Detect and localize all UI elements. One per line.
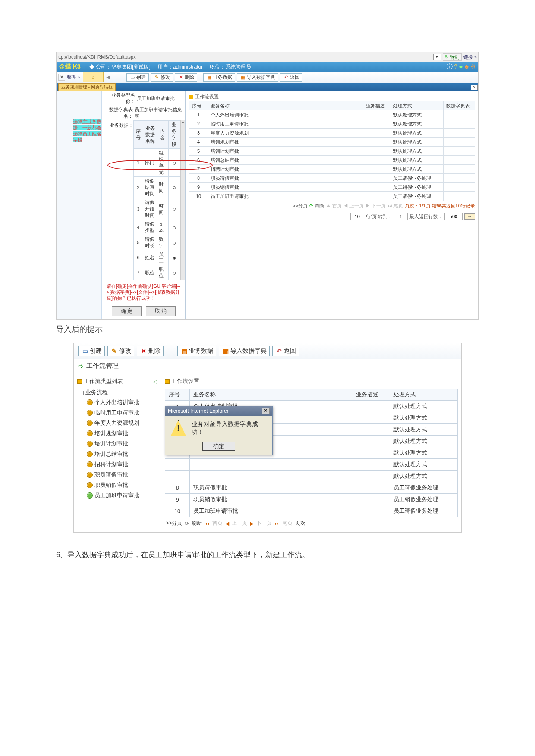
expand-label[interactable]: 整理 » bbox=[67, 74, 83, 81]
dict-value: 员工加班申请审批信息表 bbox=[135, 107, 183, 119]
links-label[interactable]: 链接 » bbox=[463, 54, 478, 60]
back-button[interactable]: ↶返回 bbox=[280, 73, 302, 82]
tree-item[interactable]: 员工加班申请审批 bbox=[76, 490, 158, 501]
scrollbar[interactable]: ▲▼ bbox=[180, 120, 185, 280]
table-row[interactable]: 9职员销假审批员工销假业务处理 bbox=[165, 494, 458, 505]
table-row[interactable]: 8职员请假审批员工请假业务处理 bbox=[165, 482, 458, 494]
modify-button[interactable]: ✎修改 bbox=[107, 346, 134, 356]
table-row[interactable]: 6培训总结审批默认处理方式 bbox=[189, 156, 475, 165]
delete-button[interactable]: ✕删除 bbox=[137, 346, 164, 356]
table-row[interactable]: 7招聘计划审批默认处理方式 bbox=[189, 165, 475, 174]
exit-icon[interactable]: ⚙ bbox=[470, 63, 476, 71]
ribbon-toolbar: × 整理 » ⌂ ◀ ▭创建 ✎修改 ✕删除 ▦业务数据 ▦导入数据字典 ↶返回 bbox=[57, 72, 478, 83]
table-row[interactable]: 3年度人力资源规划默认处理方式 bbox=[189, 129, 475, 138]
create-button[interactable]: ▭创建 bbox=[126, 73, 149, 82]
ok-button[interactable]: 确 定 bbox=[112, 306, 142, 316]
tree-item[interactable]: 职员请假审批 bbox=[76, 470, 158, 480]
first-icon: ⏮ bbox=[326, 203, 331, 208]
back-button[interactable]: ↶返回 bbox=[272, 346, 299, 356]
toolbar: ▭创建 ✎修改 ✕删除 ▦业务数据 ▦导入数据字典 ↶返回 bbox=[74, 343, 461, 359]
pager-info: 页次：1/1页 结果共返回10行记录 bbox=[405, 203, 475, 209]
prev-icon[interactable]: ◀ bbox=[225, 521, 229, 527]
dialog-close-icon[interactable]: × bbox=[262, 408, 270, 414]
scroll-down-icon[interactable]: ▼ bbox=[181, 159, 185, 163]
wf-col-desc: 业务描述 bbox=[363, 101, 390, 110]
g2-col-mode: 处理方式 bbox=[390, 389, 458, 401]
cancel-button[interactable]: 取 消 bbox=[146, 306, 176, 316]
nav-left-icon[interactable]: ◀ bbox=[104, 74, 112, 80]
user-icon[interactable]: ♣ bbox=[465, 63, 469, 71]
home-button[interactable]: ⌂ bbox=[83, 72, 104, 82]
help-icon[interactable]: ⓘ bbox=[447, 63, 453, 71]
bizdata-button[interactable]: ▦业务数据 bbox=[177, 346, 216, 356]
table-row[interactable]: 10员工加班申请审批员工请假业务处理 bbox=[189, 192, 475, 201]
tab-close-icon[interactable]: × bbox=[471, 85, 478, 90]
panel-close-icon[interactable]: × bbox=[58, 74, 65, 81]
tree-item[interactable]: 培训计划审批 bbox=[76, 439, 158, 449]
next-icon[interactable]: ▶ bbox=[250, 521, 254, 527]
create-button[interactable]: ▭创建 bbox=[78, 346, 105, 356]
tree-item[interactable]: 招聘计划审批 bbox=[76, 459, 158, 470]
dot-icon[interactable]: ● bbox=[459, 63, 463, 71]
dialog-form: 业务类型名称：员工加班申请审批 数据字典表名：员工加班申请审批信息表 业务数据：… bbox=[102, 91, 186, 319]
collapse-icon[interactable]: ◁ bbox=[153, 378, 157, 385]
modify-button[interactable]: ✎修改 bbox=[151, 73, 173, 82]
pager-refresh[interactable]: 刷新 bbox=[315, 203, 324, 209]
pager-split[interactable]: >>分页 bbox=[293, 203, 308, 209]
grid-title-text: 工作流设置 bbox=[171, 377, 199, 385]
tree-item[interactable]: 年度人力资源规划 bbox=[76, 418, 158, 428]
perpage-input[interactable] bbox=[350, 213, 364, 220]
g2-col-num: 序号 bbox=[165, 389, 190, 401]
goto-input[interactable] bbox=[394, 213, 408, 220]
table-row[interactable]: 5请假时长数字○ bbox=[134, 235, 180, 250]
scroll-up-icon[interactable]: ▲ bbox=[181, 120, 185, 124]
table-row[interactable]: 4请假类型文本○ bbox=[134, 220, 180, 235]
tree-item[interactable]: 个人外出培训审批 bbox=[76, 397, 158, 408]
pager-prev: 上一页 bbox=[232, 520, 247, 527]
refresh-icon[interactable]: ⟳ bbox=[185, 521, 189, 527]
table-row[interactable]: 1部门组织单元○ bbox=[134, 149, 180, 177]
tree-item[interactable]: 职员销假审批 bbox=[76, 480, 158, 490]
table-row[interactable]: 7职位职位○ bbox=[134, 265, 180, 280]
table-row[interactable]: 4培训规划审批默认处理方式 bbox=[189, 138, 475, 147]
tree-root[interactable]: -业务流程 bbox=[76, 387, 158, 397]
go-button[interactable]: ↻ 转到 bbox=[443, 53, 462, 61]
pager-refresh[interactable]: 刷新 bbox=[192, 520, 202, 527]
tree-title-text: 工作流类型列表 bbox=[84, 377, 123, 385]
maxrows-input[interactable] bbox=[444, 213, 463, 220]
refresh-icon[interactable]: ⟳ bbox=[309, 203, 313, 209]
last-icon[interactable]: ⏭ bbox=[274, 521, 280, 527]
grid-icon: ▦ bbox=[240, 74, 246, 80]
first-icon[interactable]: ⏮ bbox=[205, 521, 210, 527]
role-text: 职位：系统管理员 bbox=[210, 63, 251, 71]
importdict-button[interactable]: ▦导入数据字典 bbox=[219, 346, 270, 356]
question-icon[interactable]: ? bbox=[454, 63, 458, 71]
table-row[interactable]: 9职员销假审批员工销假业务处理 bbox=[189, 183, 475, 192]
table-row[interactable]: 默认处理方式 bbox=[165, 459, 458, 471]
bizdata-button[interactable]: ▦业务数据 bbox=[203, 73, 235, 82]
tree-item[interactable]: 培训总结审批 bbox=[76, 449, 158, 459]
table-row[interactable]: 6姓名员工◉ bbox=[134, 250, 180, 265]
table-row[interactable]: 3请假开始时间时间○ bbox=[134, 198, 180, 220]
importdict-button[interactable]: ▦导入数据字典 bbox=[237, 73, 278, 82]
table-row[interactable]: 2请假结束时间时间○ bbox=[134, 177, 180, 198]
url-dropdown[interactable]: ▾ bbox=[433, 54, 441, 60]
table-row[interactable]: 1个人外出培训审批默认处理方式 bbox=[189, 110, 475, 119]
table-row[interactable]: 5培训计划审批默认处理方式 bbox=[189, 147, 475, 156]
caption-text: 导入后的提示 bbox=[56, 324, 479, 334]
table-row[interactable]: 8职员请假审批员工请假业务处理 bbox=[189, 174, 475, 183]
table-row[interactable]: 10员工加班申请审批员工请假业务处理 bbox=[165, 505, 458, 517]
go-btn[interactable]: → bbox=[464, 213, 475, 220]
table-row[interactable]: 默认处理方式 bbox=[165, 471, 458, 482]
minus-icon[interactable]: - bbox=[79, 391, 84, 395]
bizdata-label: 业务数据： bbox=[102, 120, 133, 280]
active-tab[interactable]: 业务规则管理 - 网页对话框 bbox=[58, 83, 116, 91]
pager-split[interactable]: >>分页 bbox=[166, 520, 182, 527]
delete-button[interactable]: ✕删除 bbox=[175, 73, 197, 82]
tree-item[interactable]: 培训规划审批 bbox=[76, 428, 158, 439]
table-row[interactable]: 2临时用工申请审批默认处理方式 bbox=[189, 119, 475, 129]
header-icons[interactable]: ⓘ ? ● ♣ ⚙ bbox=[447, 63, 476, 71]
dialog-ok-button[interactable]: 确定 bbox=[202, 442, 235, 451]
tree-item[interactable]: 临时用工申请审批 bbox=[76, 408, 158, 418]
grid-icon: ▦ bbox=[180, 347, 188, 355]
